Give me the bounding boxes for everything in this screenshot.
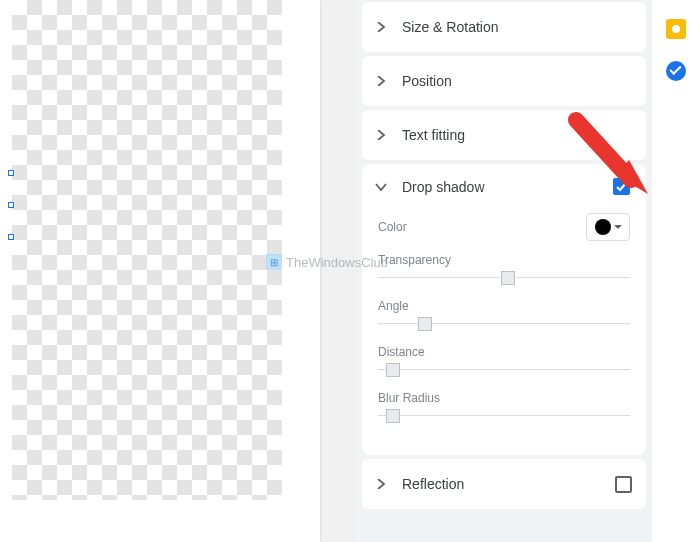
color-swatch-icon bbox=[595, 219, 611, 235]
side-panel-icons bbox=[652, 0, 700, 542]
section-drop-shadow: Drop shadow Color Transparency bbox=[362, 164, 646, 455]
color-label: Color bbox=[378, 220, 407, 234]
slider-track bbox=[378, 369, 630, 370]
color-picker-button[interactable] bbox=[586, 213, 630, 241]
selection-handles[interactable] bbox=[8, 170, 14, 240]
slider-track bbox=[378, 415, 630, 416]
section-label: Size & Rotation bbox=[402, 19, 632, 35]
chevron-right-icon bbox=[372, 76, 390, 86]
chevron-down-icon[interactable] bbox=[372, 182, 390, 192]
distance-label: Distance bbox=[378, 345, 630, 359]
blur-slider[interactable] bbox=[378, 409, 630, 423]
format-options-panel: Size & Rotation Position Text fitting bbox=[356, 0, 652, 542]
resize-handle[interactable] bbox=[8, 202, 14, 208]
chevron-right-icon bbox=[372, 130, 390, 140]
chevron-right-icon bbox=[372, 22, 390, 32]
resize-handle[interactable] bbox=[8, 170, 14, 176]
section-label: Position bbox=[402, 73, 632, 89]
angle-slider[interactable] bbox=[378, 317, 630, 331]
reflection-checkbox[interactable] bbox=[615, 476, 632, 493]
section-position[interactable]: Position bbox=[362, 56, 646, 106]
angle-label: Angle bbox=[378, 299, 630, 313]
section-size-rotation[interactable]: Size & Rotation bbox=[362, 2, 646, 52]
tasks-icon[interactable] bbox=[665, 60, 687, 82]
blur-label: Blur Radius bbox=[378, 391, 630, 405]
slide-page[interactable] bbox=[0, 0, 320, 542]
section-text-fitting[interactable]: Text fitting bbox=[362, 110, 646, 160]
section-label: Drop shadow bbox=[402, 179, 613, 195]
chevron-right-icon bbox=[372, 479, 390, 489]
transparent-shape[interactable] bbox=[12, 0, 282, 500]
keep-icon[interactable] bbox=[665, 18, 687, 40]
slider-thumb[interactable] bbox=[501, 271, 515, 285]
slider-thumb[interactable] bbox=[386, 409, 400, 423]
canvas-area[interactable] bbox=[0, 0, 356, 542]
slider-thumb[interactable] bbox=[418, 317, 432, 331]
resize-handle[interactable] bbox=[8, 234, 14, 240]
drop-shadow-checkbox[interactable] bbox=[613, 178, 630, 195]
transparency-slider[interactable] bbox=[378, 271, 630, 285]
slider-thumb[interactable] bbox=[386, 363, 400, 377]
caret-down-icon bbox=[614, 225, 622, 229]
slider-track bbox=[378, 323, 630, 324]
section-reflection[interactable]: Reflection bbox=[362, 459, 646, 509]
distance-slider[interactable] bbox=[378, 363, 630, 377]
section-label: Text fitting bbox=[402, 127, 632, 143]
section-label: Reflection bbox=[402, 476, 615, 492]
transparency-label: Transparency bbox=[378, 253, 630, 267]
